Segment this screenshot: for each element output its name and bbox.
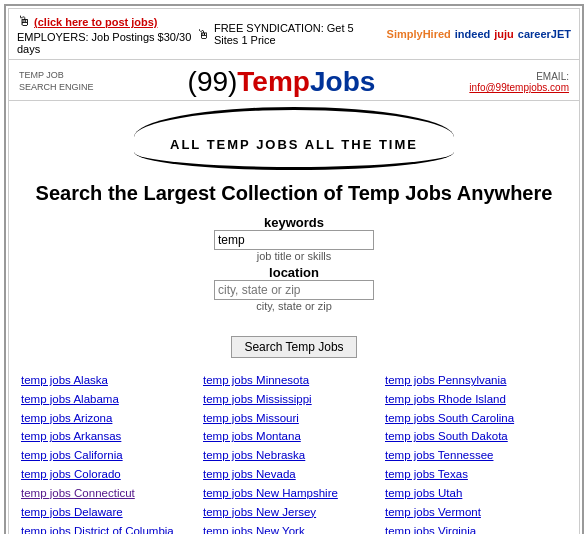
job-link[interactable]: temp jobs Delaware — [21, 504, 203, 522]
search-heading: Search the Largest Collection of Temp Jo… — [9, 172, 579, 211]
job-link[interactable]: temp jobs Nebraska — [203, 447, 385, 465]
job-link[interactable]: temp jobs Nevada — [203, 466, 385, 484]
job-link[interactable]: temp jobs Alaska — [21, 372, 203, 390]
job-link[interactable]: temp jobs Utah — [385, 485, 567, 503]
job-link[interactable]: temp jobs California — [21, 447, 203, 465]
job-link[interactable]: temp jobs Tennessee — [385, 447, 567, 465]
email-label: EMAIL: — [536, 71, 569, 82]
job-link[interactable]: temp jobs Texas — [385, 466, 567, 484]
job-link[interactable]: temp jobs Missouri — [203, 410, 385, 428]
employer-text: EMPLOYERS: Job Postings $30/30 days — [17, 31, 197, 55]
job-link[interactable]: temp jobs Minnesota — [203, 372, 385, 390]
title-paren: ( — [188, 66, 197, 97]
cursor-icon: 🖱 — [17, 13, 31, 29]
arc-decoration-bottom — [134, 152, 454, 170]
job-link[interactable]: temp jobs New Jersey — [203, 504, 385, 522]
job-link[interactable]: temp jobs Virginia — [385, 523, 567, 535]
job-link[interactable]: temp jobs Pennsylvania — [385, 372, 567, 390]
keywords-input[interactable]: temp — [214, 230, 374, 250]
arc-decoration-top — [134, 107, 454, 137]
jobs-column-3: temp jobs Pennsylvaniatemp jobs Rhode Is… — [385, 372, 567, 534]
location-label: location — [9, 265, 579, 280]
site-description: TEMP JOB SEARCH ENGINE — [19, 70, 94, 93]
job-link[interactable]: temp jobs Connecticut — [21, 485, 203, 503]
jobs-grid: temp jobs Alaskatemp jobs Alabamatemp jo… — [9, 368, 579, 534]
simplyhired-logo: SimplyHired — [387, 28, 451, 40]
keywords-label: keywords — [9, 215, 579, 230]
location-hint: city, state or zip — [9, 300, 579, 312]
tagline-area: ALL TEMP JOBS ALL THE TIME — [9, 101, 579, 172]
title-jobs: Jobs — [310, 66, 375, 97]
search-form: keywords temp job title or skills locati… — [9, 211, 579, 368]
post-jobs-link[interactable]: (click here to post jobs) — [34, 16, 157, 28]
careerjet-logo: careerJET — [518, 28, 571, 40]
title-99: 99) — [197, 66, 237, 97]
tagline-text: ALL TEMP JOBS ALL THE TIME — [9, 137, 579, 152]
jobs-column-2: temp jobs Minnesotatemp jobs Mississippi… — [203, 372, 385, 534]
job-link[interactable]: temp jobs Arizona — [21, 410, 203, 428]
keywords-hint: job title or skills — [9, 250, 579, 262]
syndication-text: FREE SYNDICATION: Get 5 Sites 1 Price — [214, 22, 376, 46]
job-link[interactable]: temp jobs Arkansas — [21, 428, 203, 446]
top-banner: 🖱 (click here to post jobs) EMPLOYERS: J… — [9, 9, 579, 60]
job-link[interactable]: temp jobs Colorado — [21, 466, 203, 484]
job-link[interactable]: temp jobs Vermont — [385, 504, 567, 522]
job-link[interactable]: temp jobs South Dakota — [385, 428, 567, 446]
job-link[interactable]: temp jobs Mississippi — [203, 391, 385, 409]
jobs-column-1: temp jobs Alaskatemp jobs Alabamatemp jo… — [21, 372, 203, 534]
job-link[interactable]: temp jobs New York — [203, 523, 385, 535]
title-temp: Temp — [237, 66, 310, 97]
job-link[interactable]: temp jobs New Hampshire — [203, 485, 385, 503]
header: TEMP JOB SEARCH ENGINE (99)TempJobs EMAI… — [9, 60, 579, 101]
search-submit-button[interactable] — [231, 336, 356, 358]
cursor-icon-2: 🖱 — [197, 27, 210, 42]
email-area: EMAIL: info@99tempjobs.com — [469, 71, 569, 93]
location-input[interactable] — [214, 280, 374, 300]
job-link[interactable]: temp jobs Rhode Island — [385, 391, 567, 409]
email-link[interactable]: info@99tempjobs.com — [469, 82, 569, 93]
indeed-logo: indeed — [455, 28, 490, 40]
syndication-area: 🖱 FREE SYNDICATION: Get 5 Sites 1 Price … — [197, 22, 571, 46]
job-link[interactable]: temp jobs District of Columbia — [21, 523, 203, 535]
site-title: (99)TempJobs — [188, 66, 376, 98]
job-link[interactable]: temp jobs Montana — [203, 428, 385, 446]
job-link[interactable]: temp jobs Alabama — [21, 391, 203, 409]
job-link[interactable]: temp jobs South Carolina — [385, 410, 567, 428]
juju-logo: juju — [494, 28, 514, 40]
